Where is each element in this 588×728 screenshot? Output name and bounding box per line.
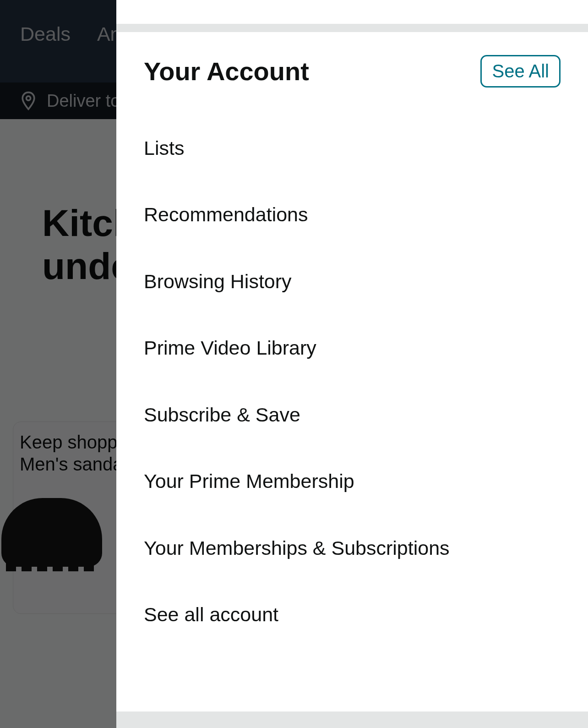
menu-item-see-all-account[interactable]: See all account — [144, 581, 561, 648]
panel-title: Your Account — [144, 56, 309, 86]
panel-divider — [116, 24, 588, 32]
menu-item-browsing-history[interactable]: Browsing History — [144, 248, 561, 315]
account-side-panel: Your Account See All Lists Recommendatio… — [116, 0, 588, 728]
menu-item-memberships-subscriptions[interactable]: Your Memberships & Subscriptions — [144, 515, 561, 581]
menu-item-prime-membership[interactable]: Your Prime Membership — [144, 448, 561, 515]
menu-item-lists[interactable]: Lists — [144, 115, 561, 181]
menu-item-prime-video-library[interactable]: Prime Video Library — [144, 315, 561, 381]
panel-bottom-divider — [116, 712, 588, 728]
see-all-button[interactable]: See All — [480, 55, 561, 88]
menu-item-subscribe-save[interactable]: Subscribe & Save — [144, 382, 561, 448]
menu-item-recommendations[interactable]: Recommendations — [144, 181, 561, 248]
